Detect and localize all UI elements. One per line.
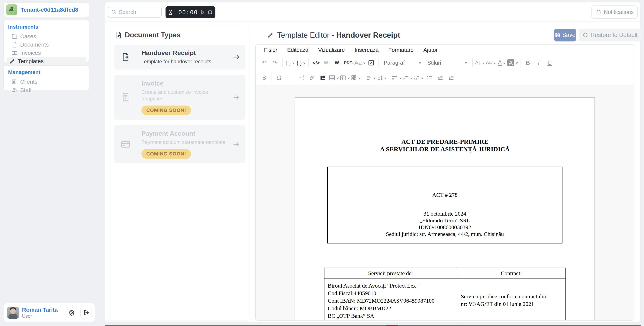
rich-text-editor: Fișier Editează Vizualizare Inserează Fo…	[255, 45, 634, 320]
strikethrough-icon[interactable]: S	[259, 72, 270, 84]
preview-placeholder-dropdown[interactable]: {·}∨	[296, 57, 306, 69]
checklist-icon[interactable]	[424, 72, 435, 84]
app-logo-icon	[6, 4, 17, 15]
settings-button[interactable]	[66, 307, 78, 318]
doc-type-title: Payment Account	[142, 130, 232, 137]
image-icon[interactable]	[318, 72, 328, 84]
timer-widget: 00:00	[166, 6, 216, 18]
notifications-button[interactable]: Notifications	[592, 6, 638, 19]
paragraph-format-dropdown[interactable]: Paragraf∨	[381, 57, 424, 69]
layout-dropdown[interactable]: ∨	[350, 72, 361, 84]
credit-card-icon	[121, 139, 142, 149]
coming-soon-badge: COMING SOON!	[142, 106, 191, 115]
menu-format[interactable]: Formatare	[384, 46, 418, 54]
act-idno: IDNO/1008600030392	[332, 224, 558, 231]
save-button[interactable]: Save	[554, 29, 576, 42]
multilevel-list-dropdown[interactable]: 1.1.1.∨	[413, 72, 424, 84]
table-header-provider: Servicii prestate de:	[324, 268, 457, 279]
background-color-dropdown[interactable]: A∨	[507, 57, 518, 69]
page-break-icon[interactable]	[296, 72, 306, 84]
cell-properties-dropdown[interactable]: ∨	[339, 72, 350, 84]
sidebar-item-cases[interactable]: Cases	[6, 32, 86, 41]
insert-placeholder-dropdown[interactable]: {·}∨	[285, 57, 296, 69]
editor-toolbar-row1: ↶ ↷ {·}∨ {·}∨ </> W↑ W↓ PDF↓ Aa∨ Paragra…	[256, 55, 634, 70]
id-card-icon	[12, 79, 18, 85]
font-size-dropdown[interactable]: Aa∨	[354, 57, 366, 69]
document-types-title: Document Types	[125, 31, 180, 39]
bottom-strip	[105, 325, 640, 326]
doc-type-title: Handover Receipt	[142, 49, 232, 57]
menu-view[interactable]: Vizualizare	[314, 46, 349, 54]
logout-icon	[83, 309, 89, 316]
sidebar-item-label: Cases	[20, 33, 36, 40]
redo-icon[interactable]: ↷	[270, 57, 280, 69]
timer-stop-icon[interactable]	[208, 10, 213, 15]
sidebar-item-label: Invoices	[20, 50, 41, 56]
act-address: Sediul juridic: str. Armeneasca, 44/2, m…	[332, 231, 558, 237]
arrow-right-icon	[232, 93, 240, 102]
text-color-dropdown[interactable]: A∨	[496, 57, 507, 69]
logout-button[interactable]	[80, 307, 92, 318]
sidebar-item-documents[interactable]: Documents	[6, 41, 86, 49]
act-date: 31 octombrie 2024	[332, 210, 558, 217]
sidebar-item-templates[interactable]: Templates	[6, 57, 86, 65]
bell-icon	[596, 9, 602, 15]
table-dropdown[interactable]: ∨	[328, 72, 339, 84]
search-box[interactable]	[108, 7, 162, 18]
sidebar-section-management: Management Clients Staff	[4, 65, 89, 91]
arrow-right-icon	[232, 53, 240, 61]
menu-file[interactable]: Fișier	[260, 46, 282, 54]
restore-to-default-button[interactable]: Restore to Default	[579, 29, 641, 42]
bold-icon[interactable]: B	[522, 57, 533, 69]
bullet-list-dropdown[interactable]: ∨	[391, 72, 402, 84]
export-word-icon[interactable]: W↓	[332, 57, 344, 69]
doc-type-description: Template for handover receipts	[142, 58, 230, 65]
coming-soon-badge: COMING SOON!	[142, 149, 191, 159]
receipt-icon	[121, 93, 142, 102]
source-code-icon[interactable]: </>	[311, 57, 322, 69]
line-height-dropdown[interactable]: A↕∨	[474, 57, 486, 69]
sidebar-item-invoices[interactable]: Invoices	[6, 49, 86, 57]
fullscreen-icon[interactable]	[366, 57, 376, 69]
file-export-icon	[121, 52, 142, 62]
pencil-icon	[267, 32, 274, 39]
pencil-icon	[9, 58, 15, 64]
styles-dropdown[interactable]: Stiluri∨	[424, 57, 470, 69]
file-icon	[12, 42, 18, 48]
undo-icon[interactable]: ↶	[259, 57, 270, 69]
sidebar-item-clients[interactable]: Clients	[6, 78, 86, 86]
horizontal-rule-icon[interactable]: —	[285, 72, 296, 84]
folder-icon	[12, 33, 18, 39]
search-icon	[111, 9, 116, 15]
timer-start-icon[interactable]	[200, 10, 205, 15]
menu-insert[interactable]: Inserează	[350, 46, 383, 54]
svg-text:1.1.: 1.1.	[414, 78, 418, 80]
search-input[interactable]	[119, 9, 153, 15]
special-character-icon[interactable]: Ω	[274, 72, 285, 84]
import-word-icon[interactable]: W↑	[322, 57, 332, 69]
services-table: Servicii prestate de: Contract: Biroul A…	[324, 268, 566, 320]
numbered-list-dropdown[interactable]: 12∨	[402, 72, 413, 84]
font-family-dropdown[interactable]: A≡∨	[486, 57, 496, 69]
menu-help[interactable]: Ajutor	[419, 46, 442, 54]
editor-canvas[interactable]: ACT DE PREDARE-PRIMIRE A SERVICIILOR DE …	[256, 85, 634, 320]
arrow-right-icon	[232, 140, 240, 149]
table-header-contract: Contract:	[457, 268, 566, 279]
link-icon[interactable]	[306, 72, 318, 84]
italic-icon[interactable]: I	[533, 57, 544, 69]
indent-icon[interactable]	[446, 72, 457, 84]
sidebar-item-staff[interactable]: Staff	[6, 86, 86, 94]
document-page[interactable]: ACT DE PREDARE-PRIMIRE A SERVICIILOR DE …	[295, 97, 595, 320]
underline-icon[interactable]: U	[544, 57, 555, 69]
menu-edit[interactable]: Editează	[283, 46, 313, 54]
doc-type-card-handover-receipt[interactable]: Handover Receipt Template for handover r…	[114, 45, 245, 70]
export-pdf-icon[interactable]: PDF↓	[344, 57, 354, 69]
outdent-icon[interactable]	[435, 72, 446, 84]
act-company: „Eldorado Terra” SRL	[332, 217, 558, 224]
section-title-management: Management	[8, 69, 86, 75]
tenant-card[interactable]: Tenant-e0d11a8dfcd8	[4, 3, 89, 17]
refresh-icon	[582, 32, 588, 38]
align-dropdown[interactable]: ∨	[365, 72, 376, 84]
line-spacing-dropdown[interactable]: ∨	[376, 72, 387, 84]
sidebar-section-instruments: Instruments Cases Documents Invoices Tem…	[4, 20, 89, 62]
